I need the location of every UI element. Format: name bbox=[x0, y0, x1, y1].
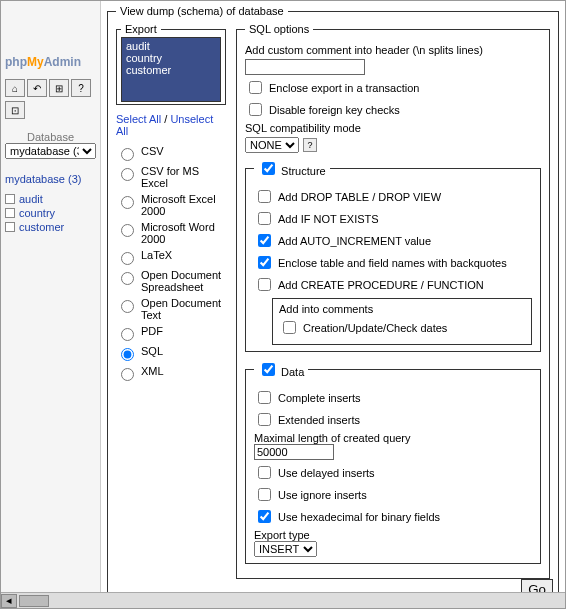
add-comments-label: Add into comments bbox=[279, 303, 525, 315]
scroll-left-icon[interactable]: ◂ bbox=[1, 594, 17, 608]
select-all-link[interactable]: Select All bbox=[116, 113, 161, 125]
maxlen-label: Maximal length of created query bbox=[254, 432, 532, 444]
format-excel2000[interactable] bbox=[121, 196, 134, 209]
hexbin-checkbox[interactable] bbox=[258, 510, 271, 523]
format-sql[interactable] bbox=[121, 348, 134, 361]
table-icon bbox=[5, 208, 15, 218]
main-panel: View dump (schema) of database Export au… bbox=[101, 1, 565, 608]
format-csv-excel[interactable] bbox=[121, 168, 134, 181]
ignore-checkbox[interactable] bbox=[258, 488, 271, 501]
database-label: Database bbox=[5, 131, 96, 143]
enclose-tx-checkbox[interactable] bbox=[249, 81, 262, 94]
table-icon bbox=[5, 194, 15, 204]
table-icon bbox=[5, 222, 15, 232]
query-icon[interactable]: ⊡ bbox=[5, 101, 25, 119]
toolbar: ⌂ ↶ ⊞ ? bbox=[5, 79, 96, 97]
panel-title: View dump (schema) of database bbox=[116, 5, 288, 17]
table-listbox[interactable]: audit country customer bbox=[121, 37, 221, 102]
ifnotexists-checkbox[interactable] bbox=[258, 212, 271, 225]
structure-toggle[interactable] bbox=[262, 162, 275, 175]
logo: phpMyAdmin bbox=[5, 55, 96, 69]
maxlen-input[interactable] bbox=[254, 444, 334, 460]
format-ods[interactable] bbox=[121, 272, 134, 285]
export-legend: Export bbox=[121, 23, 161, 35]
creation-dates-checkbox[interactable] bbox=[283, 321, 296, 334]
autoinc-checkbox[interactable] bbox=[258, 234, 271, 247]
backquotes-checkbox[interactable] bbox=[258, 256, 271, 269]
format-odt[interactable] bbox=[121, 300, 134, 313]
exptype-label: Export type bbox=[254, 529, 532, 541]
disable-fk-checkbox[interactable] bbox=[249, 103, 262, 116]
sql-icon[interactable]: ⊞ bbox=[49, 79, 69, 97]
help-icon[interactable]: ? bbox=[71, 79, 91, 97]
compat-label: SQL compatibility mode bbox=[245, 122, 541, 134]
table-item[interactable]: country bbox=[5, 207, 96, 219]
sidebar: phpMyAdmin ⌂ ↶ ⊞ ? ⊡ Database mydatabase… bbox=[1, 1, 101, 608]
home-icon[interactable]: ⌂ bbox=[5, 79, 25, 97]
back-icon[interactable]: ↶ bbox=[27, 79, 47, 97]
format-pdf[interactable] bbox=[121, 328, 134, 341]
horizontal-scrollbar[interactable]: ◂ bbox=[1, 592, 565, 608]
procedure-checkbox[interactable] bbox=[258, 278, 271, 291]
table-item[interactable]: customer bbox=[5, 221, 96, 233]
format-csv[interactable] bbox=[121, 148, 134, 161]
drop-checkbox[interactable] bbox=[258, 190, 271, 203]
format-word2000[interactable] bbox=[121, 224, 134, 237]
dump-fieldset: View dump (schema) of database Export au… bbox=[107, 5, 559, 594]
format-xml[interactable] bbox=[121, 368, 134, 381]
custom-comment-input[interactable] bbox=[245, 59, 365, 75]
custom-comment-label: Add custom comment into header (\n split… bbox=[245, 44, 541, 56]
sql-options-legend: SQL options bbox=[245, 23, 313, 35]
export-type-select[interactable]: INSERT bbox=[254, 541, 317, 557]
compat-select[interactable]: NONE bbox=[245, 137, 299, 153]
delayed-checkbox[interactable] bbox=[258, 466, 271, 479]
data-toggle[interactable] bbox=[262, 363, 275, 376]
help-icon[interactable]: ? bbox=[303, 138, 317, 152]
extended-inserts-checkbox[interactable] bbox=[258, 413, 271, 426]
current-db[interactable]: mydatabase (3) bbox=[5, 173, 96, 185]
database-select[interactable]: mydatabase (3) bbox=[5, 143, 96, 159]
format-latex[interactable] bbox=[121, 252, 134, 265]
scroll-thumb[interactable] bbox=[19, 595, 49, 607]
complete-inserts-checkbox[interactable] bbox=[258, 391, 271, 404]
table-item[interactable]: audit bbox=[5, 193, 96, 205]
